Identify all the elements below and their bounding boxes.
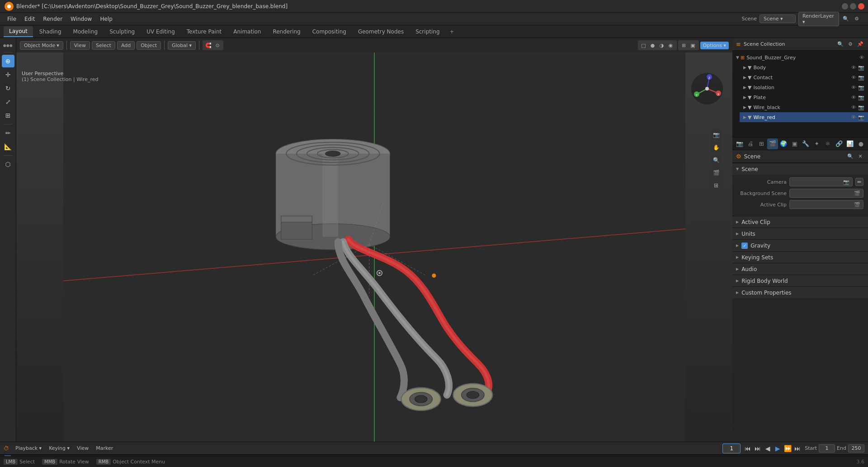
keying-menu[interactable]: Keying ▾ xyxy=(46,444,72,452)
tab-shading[interactable]: Shading xyxy=(34,27,67,37)
grid-icon[interactable]: ⊞ xyxy=(711,180,722,191)
xray-icon[interactable]: ▣ xyxy=(689,41,697,49)
measure-tool[interactable]: 📐 xyxy=(2,140,14,153)
outliner-wire-black-item[interactable]: ▶ ▼ Wire_black 👁 📷 xyxy=(740,102,868,112)
end-frame-input[interactable]: 250 xyxy=(848,444,864,453)
tab-scripting[interactable]: Scripting xyxy=(410,27,445,37)
wireframe-icon[interactable]: □ xyxy=(640,41,648,49)
active-clip-input[interactable]: 🎬 xyxy=(789,200,863,209)
start-frame-input[interactable]: 1 xyxy=(819,444,835,453)
transform-tool[interactable]: ⊞ xyxy=(2,109,14,122)
body-render-icon[interactable]: 📷 xyxy=(858,65,864,71)
isolation-render-icon[interactable]: 📷 xyxy=(858,85,864,91)
menu-file[interactable]: File xyxy=(4,14,20,24)
outliner-filter-icon[interactable]: 🔍 xyxy=(836,40,844,48)
menu-window[interactable]: Window xyxy=(67,14,95,24)
audio-section-header[interactable]: ▶ Audio xyxy=(732,263,868,275)
global-dropdown[interactable]: Global ▾ xyxy=(168,41,196,50)
tab-modeling[interactable]: Modeling xyxy=(68,27,104,37)
wire-black-render-icon[interactable]: 📷 xyxy=(858,105,864,110)
material-preview-icon[interactable]: ◑ xyxy=(658,41,666,49)
properties-scroll[interactable]: ▼ Scene Camera 📷 ✏ Background Scene xyxy=(732,163,868,442)
bg-scene-input[interactable]: 🎬 xyxy=(789,189,863,198)
wire-black-vis-icon[interactable]: 👁 xyxy=(851,105,856,110)
viewport-3d-canvas[interactable]: User Perspective (1) Scene Collection | … xyxy=(16,52,732,442)
add-object-tool[interactable]: ⬡ xyxy=(2,158,14,171)
marker-menu[interactable]: Marker xyxy=(93,444,116,452)
custom-props-section-header[interactable]: ▶ Custom Properties xyxy=(732,286,868,298)
gravity-checkbox[interactable]: ✓ xyxy=(741,243,748,249)
wire-red-render-icon[interactable]: 📷 xyxy=(858,114,864,120)
prop-tab-particles[interactable]: ✦ xyxy=(811,138,822,149)
plate-render-icon[interactable]: 📷 xyxy=(858,95,864,100)
visibility-icon[interactable]: 👁 xyxy=(859,55,864,61)
filter-icon[interactable]: 🔍 xyxy=(842,15,850,23)
contact-vis-icon[interactable]: 👁 xyxy=(851,75,856,81)
add-workspace-button[interactable]: + xyxy=(446,27,458,37)
props-search-icon[interactable]: 🔍 xyxy=(846,152,854,161)
mode-icons[interactable]: ●●● xyxy=(1,41,15,50)
active-clip-section-header[interactable]: ▶ Active Clip xyxy=(732,216,868,228)
toggle-camera-icon[interactable]: 🎬 xyxy=(711,167,722,178)
prop-tab-object[interactable]: ▣ xyxy=(789,138,800,149)
isolation-vis-icon[interactable]: 👁 xyxy=(851,85,856,91)
gravity-section-header[interactable]: ▶ ✓ Gravity xyxy=(732,239,868,251)
tab-texture-paint[interactable]: Texture Paint xyxy=(181,27,227,37)
zoom-camera-icon[interactable]: 📷 xyxy=(711,129,722,140)
tab-compositing[interactable]: Compositing xyxy=(307,27,352,37)
scale-tool[interactable]: ⤢ xyxy=(2,95,14,108)
menu-edit[interactable]: Edit xyxy=(21,14,38,24)
snap-icon[interactable]: 🧲 xyxy=(204,41,212,49)
body-vis-icon[interactable]: 👁 xyxy=(851,65,856,71)
view-menu[interactable]: View xyxy=(70,41,90,50)
prop-tab-constraints[interactable]: 🔗 xyxy=(834,138,844,149)
active-clip-icon[interactable]: 🎬 xyxy=(854,202,860,208)
plate-vis-icon[interactable]: 👁 xyxy=(851,95,856,100)
playback-menu[interactable]: Playback ▾ xyxy=(13,444,44,452)
move-tool[interactable]: ✛ xyxy=(2,68,14,81)
prop-tab-material[interactable]: ● xyxy=(856,138,866,149)
prop-tab-view-layer[interactable]: ⊞ xyxy=(756,138,767,149)
prop-tab-data[interactable]: 📊 xyxy=(844,138,855,149)
tab-animation[interactable]: Animation xyxy=(228,27,266,37)
tab-layout[interactable]: Layout xyxy=(4,26,33,37)
outliner-plate-item[interactable]: ▶ ▼ Plate 👁 📷 xyxy=(740,92,868,102)
prop-tab-world[interactable]: 🌍 xyxy=(778,138,789,149)
props-pin-icon[interactable]: ✕ xyxy=(856,152,864,161)
solid-icon active[interactable]: ● xyxy=(649,41,657,49)
step-back-button[interactable]: ⏭ xyxy=(753,444,762,453)
wire-red-vis-icon[interactable]: 👁 xyxy=(851,114,856,120)
prop-tab-output[interactable]: 🖨 xyxy=(745,138,755,149)
prop-tab-render[interactable]: 📷 xyxy=(734,138,745,149)
zoom-icon[interactable]: 🔍 xyxy=(711,155,722,166)
outliner-body-item[interactable]: ▶ ▼ Body 👁 📷 xyxy=(740,62,868,72)
rendered-icon[interactable]: ◉ xyxy=(667,41,675,49)
view-menu-tl[interactable]: View xyxy=(74,444,91,452)
object-mode-dropdown[interactable]: Object Mode ▾ xyxy=(20,41,63,50)
scene-dropdown[interactable]: Scene ▾ xyxy=(760,14,796,23)
menu-render[interactable]: Render xyxy=(39,14,66,24)
overlay-icon[interactable]: ⊞ xyxy=(680,41,688,49)
add-menu[interactable]: Add xyxy=(117,41,135,50)
prop-tab-scene[interactable]: 🎬 xyxy=(767,138,778,149)
bg-scene-icon[interactable]: 🎬 xyxy=(854,191,860,196)
jump-start-button[interactable]: ⏮ xyxy=(743,444,752,453)
outliner-settings-icon[interactable]: ⚙ xyxy=(846,40,854,48)
jump-end-button[interactable]: ⏭ xyxy=(793,444,802,453)
camera-eyedropper[interactable]: ✏ xyxy=(855,178,863,186)
camera-pick-icon[interactable]: 📷 xyxy=(843,179,849,185)
pan-icon[interactable]: ✋ xyxy=(711,142,722,153)
camera-input[interactable]: 📷 xyxy=(789,177,853,186)
close-button[interactable] xyxy=(858,3,864,10)
units-section-header[interactable]: ▶ Units xyxy=(732,228,868,239)
annotate-tool[interactable]: ✏ xyxy=(2,127,14,139)
viewport-3d[interactable]: Object Mode ▾ View Select Add Object Glo… xyxy=(16,38,732,442)
renderlayer-dropdown[interactable]: RenderLayer ▾ xyxy=(798,12,839,26)
scene-section-header[interactable]: ▼ Scene xyxy=(732,163,868,175)
outliner-pin-icon[interactable]: 📌 xyxy=(856,40,864,48)
settings-icon[interactable]: ⚙ xyxy=(853,15,861,23)
proportional-icon[interactable]: ⊙ xyxy=(213,41,222,49)
menu-help[interactable]: Help xyxy=(96,14,116,24)
contact-render-icon[interactable]: 📷 xyxy=(858,75,864,81)
navigation-gizmo[interactable]: Z X Y 📷 ✋ xyxy=(689,71,725,107)
